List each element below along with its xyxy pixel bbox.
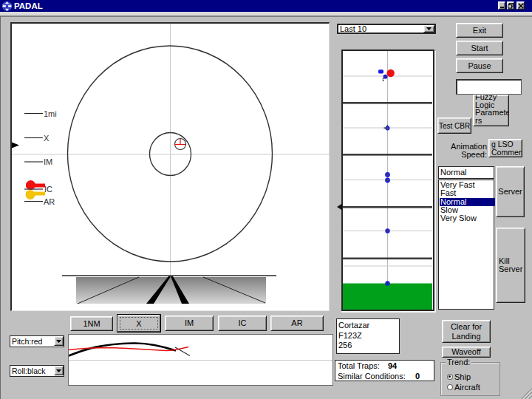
svg-text:IC: IC (44, 185, 52, 194)
svg-text:IM: IM (44, 157, 52, 166)
svg-text:X: X (44, 134, 50, 143)
svg-text:AR: AR (44, 197, 55, 206)
svg-text:1mi: 1mi (44, 109, 57, 118)
